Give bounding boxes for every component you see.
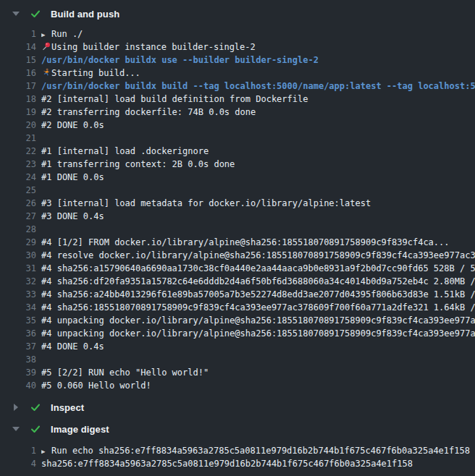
success-check-icon [30,401,41,413]
log-line: 40#5 0.060 Hello world! [0,379,475,392]
log-line: 29#4 [1/2] FROM docker.io/library/alpine… [0,236,475,249]
log-line-text: #4 unpacking docker.io/library/alpine@sh… [41,314,475,327]
line-number[interactable]: 22 [0,145,36,158]
log-line-text: #4 sha256:df20fa9351a15782c64e6dddb2d4a6… [41,275,475,288]
log-line-text: /usr/bin/docker buildx use --builder bui… [41,54,475,67]
log-line-text: #4 DONE 0.4s [41,340,475,353]
line-number[interactable]: 24 [0,171,36,184]
section-title: Inspect [51,402,84,413]
chevron-down-icon[interactable] [12,427,20,431]
expand-arrow-icon[interactable]: ▶ [41,445,51,458]
log-line-text: #2 [internal] load build definition from… [41,93,475,106]
log-line: 22#1 [internal] load .dockerignore [0,145,475,158]
line-number[interactable]: 4 [0,457,36,470]
line-number[interactable]: 37 [0,340,36,353]
log-line-text: sha256:e7ff8834a5963a2785c5a0811e979d16b… [41,457,475,470]
line-number[interactable]: 20 [0,119,36,132]
line-number[interactable]: 35 [0,314,36,327]
log-line-text: Starting build... [41,67,475,80]
runner-icon [41,68,51,77]
log-line: 14Using builder instance builder-single-… [0,41,475,54]
line-number[interactable]: 26 [0,197,36,210]
expand-arrow-icon[interactable]: ▶ [41,28,51,41]
log-line-text: #1 [internal] load .dockerignore [41,145,475,158]
line-number[interactable]: 36 [0,327,36,340]
line-number[interactable]: 23 [0,158,36,171]
log-line: 17/usr/bin/docker buildx build --tag loc… [0,80,475,93]
log-line-text: #5 [2/2] RUN echo "Hello world!" [41,366,475,379]
log-line-text: /usr/bin/docker buildx build --tag local… [41,80,475,93]
chevron-down-icon[interactable] [12,12,20,16]
log-line: 39#5 [2/2] RUN echo "Hello world!" [0,366,475,379]
line-number[interactable]: 38 [0,353,36,366]
log-line-text: #1 transferring context: 2B 0.0s done [41,158,475,171]
log-line-text: ▶Run echo sha256:e7ff8834a5963a2785c5a08… [41,444,475,458]
log-line: 32#4 sha256:df20fa9351a15782c64e6dddb2d4… [0,275,475,288]
log-line: 33#4 sha256:a24bb4013296f61e89ba57005a7b… [0,288,475,301]
line-number[interactable]: 18 [0,93,36,106]
log-line: 20#2 DONE 0.0s [0,119,475,132]
log-line: 15/usr/bin/docker buildx use --builder b… [0,54,475,67]
line-number[interactable]: 39 [0,366,36,379]
log-line-text: #5 0.060 Hello world! [41,379,475,392]
log-line-text: #4 resolve docker.io/library/alpine@sha2… [41,249,475,262]
log-line-text: #4 sha256:185518070891758909c9f839cf4ca3… [41,301,475,314]
log-line: 18#2 [internal] load build definition fr… [0,93,475,106]
section-title: Build and push [51,9,119,20]
line-number[interactable]: 17 [0,80,36,93]
line-number[interactable]: 15 [0,54,36,67]
section-header-build-and-push[interactable]: Build and push [0,4,475,23]
log-line: 25 [0,184,475,197]
log-line-text: #1 DONE 0.0s [41,171,475,184]
success-check-icon [30,8,41,20]
log-line: 16Starting build... [0,67,475,80]
log-line: 27#3 DONE 0.4s [0,210,475,223]
section-log-build-and-push: 1▶Run ./14Using builder instance builder… [0,23,475,398]
section-title: Image digest [51,424,109,435]
log-line: 28 [0,223,475,236]
log-line: 38 [0,353,475,366]
section-log-image-digest: 1▶Run echo sha256:e7ff8834a5963a2785c5a0… [0,438,475,476]
pushpin-icon [41,42,51,51]
chevron-right-icon[interactable] [12,404,20,411]
line-number[interactable]: 40 [0,379,36,392]
line-number[interactable]: 19 [0,106,36,119]
log-line: 31#4 sha256:a15790640a6690aa1730c38cf0a4… [0,262,475,275]
section-header-image-digest[interactable]: Image digest [0,420,475,438]
log-line: 36#4 unpacking docker.io/library/alpine@… [0,327,475,340]
line-number[interactable]: 31 [0,262,36,275]
log-line: 30#4 resolve docker.io/library/alpine@sh… [0,249,475,262]
line-number[interactable]: 28 [0,223,36,236]
log-line-text: #2 DONE 0.0s [41,119,475,132]
section-header-inspect[interactable]: Inspect [0,398,475,417]
workflow-log-viewer: Build and push 1▶Run ./14Using builder i… [0,0,475,476]
line-number[interactable]: 32 [0,275,36,288]
log-line-text: #4 unpacking docker.io/library/alpine@sh… [41,327,475,340]
log-line-text: #3 [internal] load metadata for docker.i… [41,197,475,210]
log-line-text: #4 [1/2] FROM docker.io/library/alpine@s… [41,236,475,249]
log-line: 35#4 unpacking docker.io/library/alpine@… [0,314,475,327]
line-number[interactable]: 29 [0,236,36,249]
line-number[interactable]: 21 [0,132,36,145]
line-number[interactable]: 25 [0,184,36,197]
line-number[interactable]: 27 [0,210,36,223]
log-line-text: #2 transferring dockerfile: 74B 0.0s don… [41,106,475,119]
log-line: 34#4 sha256:185518070891758909c9f839cf4c… [0,301,475,314]
log-line: 26#3 [internal] load metadata for docker… [0,197,475,210]
success-check-icon [30,423,41,435]
log-line: 37#4 DONE 0.4s [0,340,475,353]
line-number[interactable]: 1 [0,444,36,457]
log-line-text: Using builder instance builder-single-2 [41,41,475,54]
log-line: 21 [0,132,475,145]
log-line-text: #4 sha256:a24bb4013296f61e89ba57005a7b3e… [41,288,475,301]
line-number[interactable]: 34 [0,301,36,314]
log-line: 1▶Run echo sha256:e7ff8834a5963a2785c5a0… [0,444,475,457]
log-line: 19#2 transferring dockerfile: 74B 0.0s d… [0,106,475,119]
log-line-text: #3 DONE 0.4s [41,210,475,223]
line-number[interactable]: 1 [0,27,36,41]
line-number[interactable]: 30 [0,249,36,262]
line-number[interactable]: 14 [0,41,36,54]
line-number[interactable]: 33 [0,288,36,301]
log-line-text: #4 sha256:a15790640a6690aa1730c38cf0a440… [41,262,475,275]
line-number[interactable]: 16 [0,67,36,80]
